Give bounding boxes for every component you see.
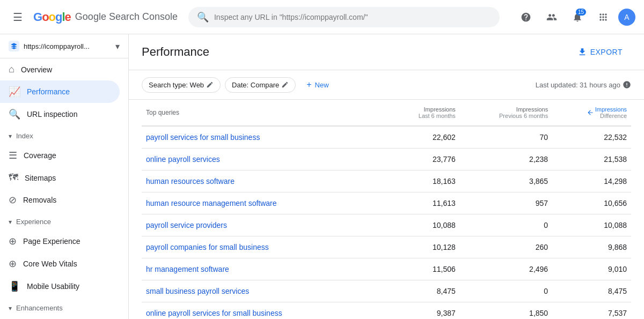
page-experience-icon: ⊕ [9,235,17,247]
sidebar-item-label-overview: Overview [21,65,52,74]
impressions-last-cell: 18,163 [386,170,460,192]
sidebar-item-label-removals: Removals [23,196,56,204]
logo: Google Google Search Console [33,10,178,24]
sidebar-item-removals[interactable]: ⊘ Removals [0,189,120,211]
search-type-filter[interactable]: Search type: Web [142,77,221,93]
sidebar-item-url-inspection[interactable]: 🔍 URL inspection [0,103,120,125]
help-button[interactable] [515,6,537,28]
mobile-usability-icon: 📱 [9,280,20,292]
sidebar-item-breadcrumbs[interactable]: ◇ Breadcrumbs [0,316,120,319]
impressions-diff-cell: 10,088 [552,214,631,236]
table-row: small business payroll services 8,475 0 … [142,280,631,302]
impressions-diff-cell: 22,532 [552,126,631,149]
impressions-prev-cell: 1,850 [460,302,552,320]
impressions-diff-cell: 7,537 [552,302,631,320]
enhancements-section-header[interactable]: ▾ Enhancements [0,300,128,316]
new-filter-label: New [315,81,329,89]
sidebar-item-mobile-usability[interactable]: 📱 Mobile Usability [0,275,120,298]
topbar-actions: 15 A [515,6,635,28]
impressions-last-cell: 10,128 [386,236,460,258]
table-header-row: Top queries Impressions Last 6 months Im… [142,100,631,126]
export-label: EXPORT [590,48,623,56]
impressions-prev-cell: 0 [460,214,552,236]
date-filter[interactable]: Date: Compare [225,77,296,93]
sidebar-item-label-mobile-usability: Mobile Usability [27,282,79,291]
sidebar-item-label-sitemaps: Sitemaps [25,174,56,182]
impressions-prev-cell: 2,238 [460,149,552,170]
query-cell[interactable]: small business payroll services [142,280,386,302]
new-filter-button[interactable]: + New [300,77,335,93]
query-cell[interactable]: human resources software [142,170,386,192]
table-row: human resource management software 11,61… [142,192,631,214]
table-row: payroll services for small business 22,6… [142,126,631,149]
sidebar-item-label-performance: Performance [27,87,70,96]
impressions-diff-cell: 21,538 [552,149,631,170]
sidebar-item-sitemaps[interactable]: 🗺 Sitemaps [0,167,120,189]
col-header-impressions-diff[interactable]: Impressions Difference [552,100,631,126]
impressions-prev-cell: 260 [460,236,552,258]
impressions-prev-cell: 70 [460,126,552,149]
impressions-last-cell: 9,387 [386,302,460,320]
impressions-diff-cell: 8,475 [552,280,631,302]
impressions-prev-cell: 3,865 [460,170,552,192]
sidebar-item-label-coverage: Coverage [24,151,56,160]
hamburger-menu-icon[interactable]: ☰ [9,6,27,28]
table-row: payroll service providers 10,088 0 10,08… [142,214,631,236]
removals-icon: ⊘ [9,194,17,206]
index-section-header[interactable]: ▾ Index [0,128,128,144]
enhancements-collapse-icon: ▾ [9,305,12,312]
search-icon: 🔍 [197,11,209,23]
notification-badge: 15 [576,9,586,16]
query-cell[interactable]: human resource management software [142,192,386,214]
impressions-last-cell: 22,602 [386,126,460,149]
overview-icon: ⌂ [9,64,14,75]
index-section-label: Index [16,132,33,140]
query-cell[interactable]: hr management software [142,258,386,280]
sidebar-item-performance[interactable]: 📈 Performance [0,80,120,103]
url-inspection-icon: 🔍 [9,108,20,120]
avatar[interactable]: A [618,9,635,26]
property-selector[interactable]: https://icomppayroll... ▾ [0,34,128,58]
sidebar-item-label-page-experience: Page Experience [23,237,80,246]
export-button[interactable]: EXPORT [569,43,631,61]
main-header: Performance EXPORT [129,34,644,70]
impressions-diff-cell: 14,298 [552,170,631,192]
search-input[interactable] [214,13,491,21]
sidebar-item-coverage[interactable]: ☰ Coverage [0,144,120,167]
apps-button[interactable] [592,6,614,28]
query-cell[interactable]: payroll services for small business [142,126,386,149]
impressions-last-cell: 11,613 [386,192,460,214]
sidebar-item-page-experience[interactable]: ⊕ Page Experience [0,230,120,253]
coverage-icon: ☰ [9,150,17,161]
impressions-diff-cell: 9,010 [552,258,631,280]
chevron-down-icon: ▾ [115,41,120,51]
queries-table: Top queries Impressions Last 6 months Im… [142,100,631,319]
col-header-query: Top queries [142,100,386,126]
impressions-prev-cell: 2,496 [460,258,552,280]
search-bar[interactable]: 🔍 [188,7,500,27]
performance-icon: 📈 [9,86,20,98]
impressions-last-cell: 10,088 [386,214,460,236]
property-label: https://icomppayroll... [24,42,111,50]
query-cell[interactable]: online payroll services for small busine… [142,302,386,320]
col-header-impressions-prev[interactable]: Impressions Previous 6 months [460,100,552,126]
sidebar-item-label-url-inspection: URL inspection [27,110,77,118]
search-type-label: Search type: Web [149,81,204,89]
impressions-diff-cell: 10,656 [552,192,631,214]
table-row: online payroll services 23,776 2,238 21,… [142,149,631,170]
filters-bar: Search type: Web Date: Compare + New Las… [129,70,644,100]
table-row: human resources software 18,163 3,865 14… [142,170,631,192]
experience-section-header[interactable]: ▾ Experience [0,213,128,230]
query-cell[interactable]: online payroll services [142,149,386,170]
query-cell[interactable]: payroll companies for small business [142,236,386,258]
sidebar-item-core-web-vitals[interactable]: ⊕ Core Web Vitals [0,253,120,275]
layout: https://icomppayroll... ▾ ⌂ Overview 📈 P… [0,34,644,319]
sidebar-item-label-core-web-vitals: Core Web Vitals [23,259,77,268]
search-console-users-button[interactable] [541,6,562,28]
col-header-impressions-last[interactable]: Impressions Last 6 months [386,100,460,126]
notifications-button[interactable]: 15 [567,6,588,28]
table-container: Top queries Impressions Last 6 months Im… [129,100,644,319]
sidebar-item-overview[interactable]: ⌂ Overview [0,58,120,80]
query-cell[interactable]: payroll service providers [142,214,386,236]
date-label: Date: Compare [232,81,279,89]
